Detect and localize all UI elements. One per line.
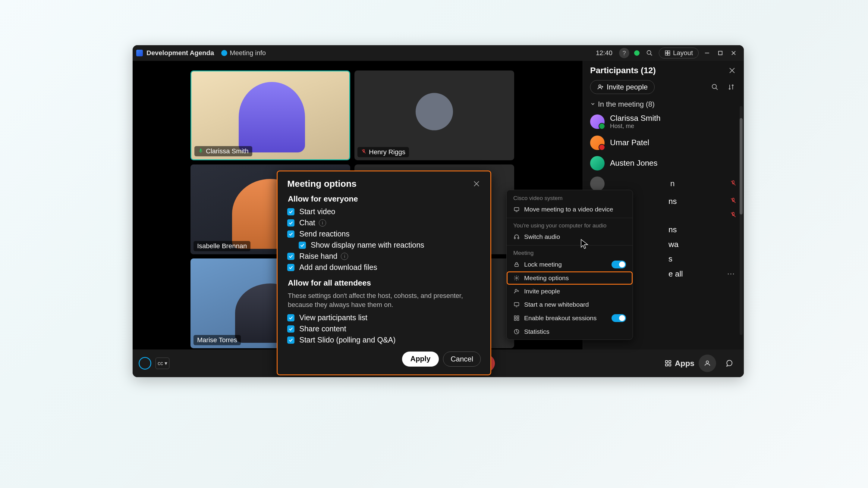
menu-item-switch-audio[interactable]: Switch audio — [507, 230, 632, 243]
menu-item-enable-breakout[interactable]: Enable breakout sessions — [507, 311, 632, 325]
svg-rect-7 — [718, 51, 722, 55]
device-icon — [513, 206, 520, 213]
meeting-info-icon[interactable] — [221, 50, 227, 56]
video-tile-label: Clarissa Smith — [194, 146, 252, 156]
meeting-app-window: Development Agenda Meeting info 12:40 ? … — [133, 45, 744, 377]
breakout-icon — [513, 315, 520, 321]
cancel-button[interactable]: Cancel — [443, 352, 481, 367]
app-logo-icon — [136, 50, 143, 56]
svg-rect-41 — [515, 237, 516, 239]
menu-section-label: Cisco video system — [507, 193, 632, 203]
gear-icon — [513, 275, 520, 281]
svg-line-22 — [731, 181, 736, 185]
help-icon[interactable]: ? — [619, 48, 629, 58]
layout-button-label: Layout — [673, 49, 693, 57]
window-maximize-icon[interactable] — [714, 48, 727, 58]
window-minimize-icon[interactable] — [701, 48, 714, 58]
cursor-icon — [581, 238, 588, 250]
participant-more-icon[interactable]: ⋯ — [725, 269, 737, 279]
mic-muted-icon — [730, 212, 737, 219]
dialog-close-icon[interactable] — [472, 180, 481, 188]
mic-muted-icon — [730, 197, 737, 205]
video-tile-label: Henry Riggs — [358, 147, 409, 157]
scrollbar-thumb[interactable] — [740, 118, 743, 215]
zoom-search-icon[interactable] — [644, 48, 655, 58]
checkbox-view-participants[interactable]: View participants list — [287, 313, 481, 322]
participants-title: Participants (12) — [590, 66, 727, 75]
video-tile[interactable]: Clarissa Smith — [190, 70, 350, 160]
dialog-section-heading: Allow for everyone — [288, 194, 481, 204]
participant-row[interactable]: Austen Jones — [583, 153, 744, 173]
window-close-icon[interactable] — [727, 48, 740, 58]
video-tile[interactable]: Henry Riggs — [354, 70, 514, 160]
checkbox-show-display-name[interactable]: Show display name with reactions — [299, 241, 481, 250]
toggle-on[interactable] — [612, 314, 626, 322]
invite-people-button[interactable]: Invite people — [590, 80, 655, 94]
avatar — [590, 115, 604, 129]
checkbox-add-download[interactable]: Add and download files — [287, 263, 481, 272]
info-icon[interactable]: i — [319, 219, 326, 227]
captions-button[interactable]: cc ▾ — [156, 358, 169, 369]
svg-rect-48 — [515, 302, 519, 306]
svg-rect-52 — [515, 319, 516, 321]
assistant-ring-icon[interactable] — [138, 357, 151, 369]
participants-sort-icon[interactable] — [726, 82, 737, 93]
checkbox-raise-hand[interactable]: Raise handi — [287, 252, 481, 261]
checkbox-share-content[interactable]: Share content — [287, 324, 481, 333]
svg-rect-37 — [669, 364, 671, 366]
svg-rect-43 — [515, 264, 518, 267]
svg-rect-3 — [668, 51, 670, 53]
headset-icon — [513, 233, 520, 240]
svg-rect-35 — [669, 361, 671, 363]
apply-button[interactable]: Apply — [402, 352, 439, 367]
chevron-down-icon — [590, 100, 595, 108]
svg-rect-42 — [518, 237, 519, 239]
svg-line-1 — [650, 54, 652, 56]
participants-button[interactable] — [699, 355, 716, 372]
svg-rect-5 — [668, 53, 670, 56]
apps-label: Apps — [675, 359, 694, 368]
svg-rect-36 — [665, 364, 668, 366]
avatar-circle-icon — [415, 93, 453, 130]
avatar — [590, 135, 604, 150]
info-icon[interactable]: i — [341, 253, 348, 260]
video-tile-label: Marise Torres — [193, 335, 241, 345]
toggle-on[interactable] — [612, 261, 626, 268]
participants-close-icon[interactable] — [727, 66, 737, 75]
svg-point-44 — [516, 278, 518, 279]
svg-point-45 — [515, 289, 517, 291]
checkbox-start-video[interactable]: Start video — [287, 207, 481, 216]
invite-people-label: Invite people — [607, 83, 648, 91]
participants-section-toggle[interactable]: In the meeting (8) — [583, 98, 744, 111]
checkbox-send-reactions[interactable]: Send reactions — [287, 230, 481, 238]
svg-rect-50 — [515, 316, 516, 318]
apps-button[interactable]: Apps — [664, 359, 694, 368]
layout-button[interactable]: Layout — [659, 47, 699, 59]
svg-rect-10 — [200, 149, 202, 151]
menu-item-statistics[interactable]: Statistics — [507, 325, 632, 338]
menu-item-invite-people[interactable]: Invite people — [507, 285, 632, 298]
checkbox-start-slido[interactable]: Start Slido (polling and Q&A) — [287, 335, 481, 344]
titlebar-clock: 12:40 — [596, 49, 613, 57]
connection-quality-icon[interactable] — [632, 48, 642, 58]
menu-item-start-whiteboard[interactable]: Start a new whiteboard — [507, 298, 632, 311]
checkbox-chat[interactable]: Chati — [287, 218, 481, 227]
meeting-info-label[interactable]: Meeting info — [230, 49, 266, 57]
participant-row[interactable]: Umar Patel — [583, 133, 744, 153]
participants-search-icon[interactable] — [710, 82, 720, 93]
chat-button[interactable] — [720, 355, 738, 372]
participant-row[interactable]: Clarissa Smith Host, me — [583, 111, 744, 133]
svg-rect-51 — [517, 316, 519, 318]
menu-section-label: Meeting — [507, 247, 632, 258]
svg-line-24 — [731, 198, 736, 203]
svg-rect-34 — [665, 361, 668, 363]
menu-item-move-to-device[interactable]: Move meeting to a video device — [507, 203, 632, 216]
menu-section-label: You're using your computer for audio — [507, 220, 632, 230]
menu-item-meeting-options[interactable]: Meeting options — [507, 271, 632, 285]
dialog-section-description: These settings don't affect the host, co… — [288, 291, 481, 309]
svg-point-19 — [712, 84, 716, 89]
menu-item-lock-meeting[interactable]: Lock meeting — [507, 258, 632, 271]
invite-icon — [513, 288, 520, 295]
avatar — [590, 176, 604, 191]
svg-rect-53 — [517, 319, 519, 321]
